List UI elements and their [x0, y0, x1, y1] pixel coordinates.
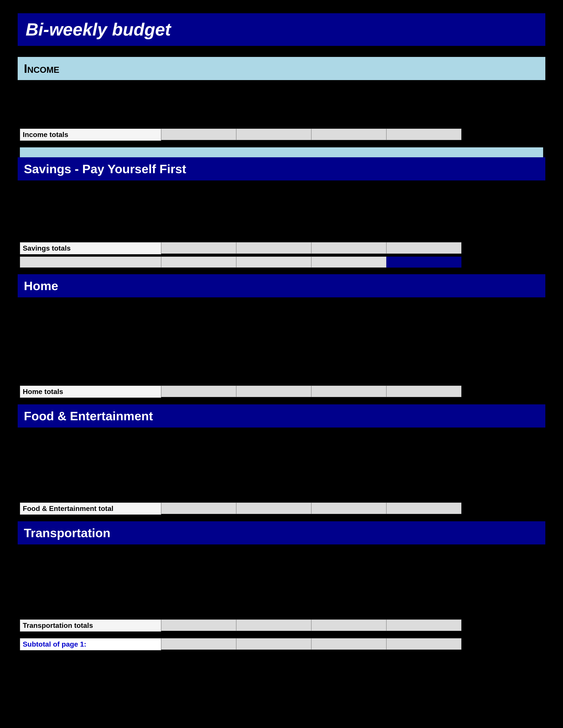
- savings-totals-col5[interactable]: [386, 242, 461, 254]
- transportation-row-3-col2[interactable]: [161, 574, 236, 586]
- savings-totals-col2[interactable]: [161, 242, 236, 254]
- transportation-totals-col3[interactable]: [236, 619, 311, 631]
- savings-row-2-col4[interactable]: [311, 197, 386, 208]
- home-row-1-col5[interactable]: [386, 301, 461, 312]
- savings-row-1-col4[interactable]: [311, 184, 386, 195]
- savings-row-1-col2[interactable]: [161, 184, 236, 195]
- home-row-3-col3[interactable]: [236, 327, 311, 339]
- subtotal-col5[interactable]: [386, 638, 461, 650]
- home-row-6-col3[interactable]: [236, 367, 311, 378]
- transportation-row-4-col4[interactable]: [311, 587, 386, 599]
- income-row-1-col2[interactable]: [161, 83, 236, 95]
- savings-row-2-col2[interactable]: [161, 197, 236, 208]
- food-totals-col3[interactable]: [236, 503, 311, 514]
- transportation-row-5-col4[interactable]: [311, 601, 386, 612]
- transportation-row-5-col1[interactable]: [20, 601, 161, 612]
- home-row-5-col3[interactable]: [236, 354, 311, 365]
- income-row-3-col3[interactable]: [236, 110, 311, 121]
- income-row-1-col1[interactable]: [20, 83, 161, 95]
- income-row-3-col1[interactable]: [20, 110, 161, 121]
- home-row-2-col4[interactable]: [311, 314, 386, 325]
- income-totals-col3[interactable]: [236, 129, 311, 140]
- food-row-1-col2[interactable]: [161, 431, 236, 442]
- food-row-2-col5[interactable]: [386, 444, 461, 456]
- income-row-2-col4[interactable]: [311, 97, 386, 108]
- transportation-row-2-col4[interactable]: [311, 561, 386, 572]
- transportation-totals-col4[interactable]: [311, 619, 386, 631]
- transportation-row-1-col5[interactable]: [386, 548, 461, 559]
- income-row-2-col2[interactable]: [161, 97, 236, 108]
- home-row-4-col4[interactable]: [311, 340, 386, 352]
- transportation-row-1-col4[interactable]: [311, 548, 386, 559]
- home-row-2-col1[interactable]: [20, 314, 161, 325]
- savings-row-1-col3[interactable]: [236, 184, 311, 195]
- food-row-2-col2[interactable]: [161, 444, 236, 456]
- transportation-row-5-col2[interactable]: [161, 601, 236, 612]
- transportation-row-4-col3[interactable]: [236, 587, 311, 599]
- savings-row-3-col1[interactable]: [20, 210, 161, 222]
- transportation-row-3-col5[interactable]: [386, 574, 461, 586]
- food-row-3-col2[interactable]: [161, 457, 236, 469]
- income-row-3-col4[interactable]: [311, 110, 386, 121]
- transportation-row-2-col3[interactable]: [236, 561, 311, 572]
- food-row-4-col1[interactable]: [20, 471, 161, 482]
- food-row-5-col4[interactable]: [311, 484, 386, 495]
- savings-row-3-col3[interactable]: [236, 210, 311, 222]
- transportation-row-5-col3[interactable]: [236, 601, 311, 612]
- food-row-2-col4[interactable]: [311, 444, 386, 456]
- savings-row-3-col2[interactable]: [161, 210, 236, 222]
- food-row-5-col5[interactable]: [386, 484, 461, 495]
- income-totals-col5[interactable]: [386, 129, 461, 140]
- home-row-3-col1[interactable]: [20, 327, 161, 339]
- savings-row-2-col1[interactable]: [20, 197, 161, 208]
- transportation-row-1-col1[interactable]: [20, 548, 161, 559]
- food-row-4-col3[interactable]: [236, 471, 311, 482]
- home-totals-col4[interactable]: [311, 386, 386, 397]
- food-row-4-col5[interactable]: [386, 471, 461, 482]
- transportation-row-3-col3[interactable]: [236, 574, 311, 586]
- home-row-4-col1[interactable]: [20, 340, 161, 352]
- income-row-1-col5[interactable]: [386, 83, 461, 95]
- home-row-5-col4[interactable]: [311, 354, 386, 365]
- income-row-1-col4[interactable]: [311, 83, 386, 95]
- home-row-5-col5[interactable]: [386, 354, 461, 365]
- home-row-6-col5[interactable]: [386, 367, 461, 378]
- food-row-5-col2[interactable]: [161, 484, 236, 495]
- food-row-5-col1[interactable]: [20, 484, 161, 495]
- savings-row-1-col5[interactable]: [386, 184, 461, 195]
- home-row-1-col2[interactable]: [161, 301, 236, 312]
- food-row-3-col4[interactable]: [311, 457, 386, 469]
- home-row-1-col1[interactable]: [20, 301, 161, 312]
- home-row-1-col4[interactable]: [311, 301, 386, 312]
- food-row-1-col5[interactable]: [386, 431, 461, 442]
- home-row-2-col3[interactable]: [236, 314, 311, 325]
- home-row-4-col5[interactable]: [386, 340, 461, 352]
- home-row-4-col2[interactable]: [161, 340, 236, 352]
- home-totals-col2[interactable]: [161, 386, 236, 397]
- food-row-2-col1[interactable]: [20, 444, 161, 456]
- income-totals-col2[interactable]: [161, 129, 236, 140]
- food-totals-col4[interactable]: [311, 503, 386, 514]
- home-totals-col5[interactable]: [386, 386, 461, 397]
- home-row-5-col1[interactable]: [20, 354, 161, 365]
- savings-totals-col3[interactable]: [236, 242, 311, 254]
- transportation-row-4-col5[interactable]: [386, 587, 461, 599]
- savings-row-2-col3[interactable]: [236, 197, 311, 208]
- food-totals-col2[interactable]: [161, 503, 236, 514]
- transportation-totals-col5[interactable]: [386, 619, 461, 631]
- home-row-6-col4[interactable]: [311, 367, 386, 378]
- savings-row-4-col1[interactable]: [20, 223, 161, 235]
- subtotal-col4[interactable]: [311, 638, 386, 650]
- transportation-row-1-col3[interactable]: [236, 548, 311, 559]
- food-row-4-col2[interactable]: [161, 471, 236, 482]
- food-row-3-col1[interactable]: [20, 457, 161, 469]
- food-row-5-col3[interactable]: [236, 484, 311, 495]
- income-row-1-col3[interactable]: [236, 83, 311, 95]
- transportation-row-2-col2[interactable]: [161, 561, 236, 572]
- savings-row-3-col5[interactable]: [386, 210, 461, 222]
- savings-row-1-col1[interactable]: [20, 184, 161, 195]
- home-row-3-col2[interactable]: [161, 327, 236, 339]
- savings-row-2-col5[interactable]: [386, 197, 461, 208]
- subtotal-col2[interactable]: [161, 638, 236, 650]
- transportation-row-3-col1[interactable]: [20, 574, 161, 586]
